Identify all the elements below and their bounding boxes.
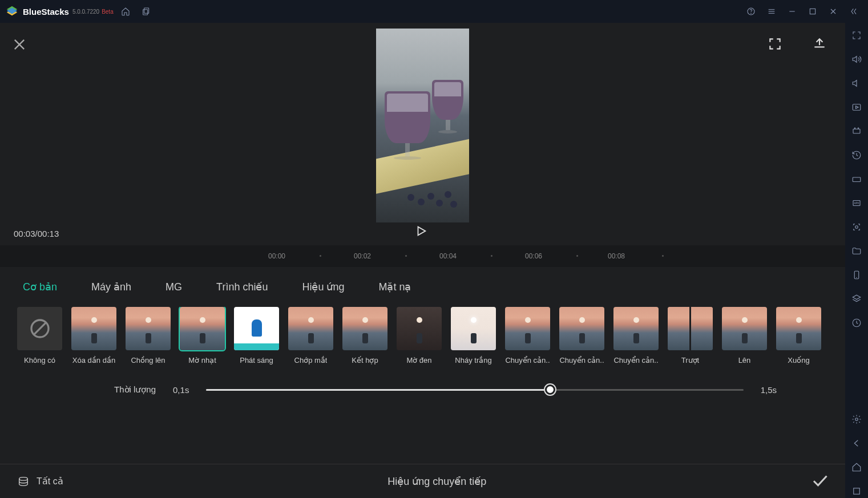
svg-point-39: [19, 477, 28, 480]
transition-label: Nháy trắng: [455, 356, 491, 365]
expand-icon[interactable]: [768, 37, 784, 52]
transition-item: Không có: [17, 307, 62, 365]
record-icon[interactable]: [850, 124, 863, 138]
svg-text:APK: APK: [854, 202, 859, 205]
keyboard-icon[interactable]: [850, 172, 863, 186]
preview-area: 00:03/00:13: [0, 23, 845, 245]
tab-3[interactable]: Trình chiếu: [216, 281, 268, 293]
transition-label: Chớp mắt: [294, 356, 328, 365]
svg-point-18: [858, 128, 859, 129]
bluestacks-logo-icon: [6, 5, 18, 18]
transition-thumb[interactable]: [668, 307, 713, 350]
transition-thumb[interactable]: [17, 307, 62, 350]
clock-icon[interactable]: [850, 316, 863, 330]
svg-rect-14: [853, 104, 861, 111]
transition-label: Chuyển cản..: [559, 356, 604, 365]
transition-label: Chồng lên: [131, 356, 165, 365]
transition-item: Mờ đen: [397, 307, 442, 365]
transition-label: Chuyển cản..: [505, 356, 550, 365]
transition-thumb[interactable]: [505, 307, 550, 350]
close-editor-button[interactable]: [11, 37, 30, 55]
transition-thumb[interactable]: [288, 307, 333, 350]
close-icon[interactable]: [825, 3, 842, 20]
transition-label: Mờ đen: [406, 356, 431, 365]
transition-thumb[interactable]: [71, 307, 116, 350]
titlebar: BlueStacks 5.0.0.7220 Beta: [0, 0, 868, 23]
time-display: 00:03/00:13: [14, 229, 59, 238]
screenshot-icon[interactable]: [850, 100, 863, 114]
transition-thumb[interactable]: [722, 307, 767, 350]
app-beta-label: Beta: [102, 9, 114, 15]
menu-icon[interactable]: [763, 3, 780, 20]
transition-thumb[interactable]: [559, 307, 604, 350]
apk-icon[interactable]: APK: [850, 196, 863, 210]
collapse-icon[interactable]: [845, 3, 862, 20]
transition-item: Lên: [722, 307, 767, 365]
settings-icon[interactable]: [850, 412, 863, 426]
tab-5[interactable]: Mặt nạ: [378, 281, 411, 293]
transition-thumb[interactable]: [397, 307, 442, 350]
right-sidebar: APK: [845, 23, 868, 498]
transition-item: Chớp mắt: [288, 307, 333, 365]
back-icon[interactable]: [850, 436, 863, 450]
maximize-icon[interactable]: [804, 3, 821, 20]
camera-icon[interactable]: [850, 220, 863, 234]
play-button[interactable]: [415, 225, 431, 241]
transition-thumb[interactable]: [180, 307, 225, 350]
transition-thumb[interactable]: [234, 307, 279, 350]
copy-icon[interactable]: [138, 3, 155, 20]
volume-icon[interactable]: [850, 76, 863, 90]
transition-label: Chuyển cản..: [613, 356, 658, 365]
transition-thumb[interactable]: [776, 307, 821, 350]
tab-1[interactable]: Máy ảnh: [91, 281, 131, 293]
ruler-tick: 00:00: [268, 252, 285, 260]
app-version: 5.0.0.7220: [72, 9, 99, 15]
recent-icon[interactable]: [850, 484, 863, 498]
transition-label: Mờ nhạt: [188, 356, 216, 365]
timeline-ruler[interactable]: 00:00 00:02 00:04 00:06 00:08: [0, 245, 845, 267]
confirm-button[interactable]: [811, 472, 828, 491]
apply-all-button[interactable]: Tất cả: [17, 475, 63, 488]
mobile-icon[interactable]: [850, 268, 863, 282]
duration-min: 0,1s: [173, 385, 189, 395]
tab-2[interactable]: MG: [165, 281, 182, 293]
fullscreen-icon[interactable]: [850, 29, 863, 42]
svg-rect-16: [853, 129, 860, 133]
history-icon[interactable]: [850, 148, 863, 162]
minimize-icon[interactable]: [784, 3, 801, 20]
transition-item: Chuyển cản..: [613, 307, 659, 365]
duration-slider-row: Thời lượng 0,1s 1,5s: [0, 365, 845, 395]
export-icon[interactable]: [812, 37, 828, 52]
transition-item: Trượt: [668, 307, 713, 365]
nav-home-icon[interactable]: [850, 460, 863, 474]
transition-item: Chồng lên: [126, 307, 171, 365]
transition-label: Xóa dần dần: [72, 356, 115, 365]
home-icon[interactable]: [117, 3, 134, 20]
bottom-bar: Tất cả Hiệu ứng chuyển tiếp: [0, 464, 845, 498]
svg-point-17: [854, 128, 855, 129]
svg-line-38: [33, 322, 46, 335]
tab-0[interactable]: Cơ bản: [23, 281, 57, 293]
transition-label: Lên: [738, 356, 751, 365]
duration-max: 1,5s: [761, 385, 777, 395]
svg-point-6: [751, 13, 752, 14]
duration-slider[interactable]: [206, 389, 743, 391]
ruler-tick: 00:08: [608, 252, 625, 260]
tab-4[interactable]: Hiệu ứng: [302, 281, 344, 293]
layers-icon[interactable]: [850, 292, 863, 306]
ruler-tick: 00:04: [439, 252, 457, 260]
transition-thumb[interactable]: [451, 307, 496, 350]
svg-rect-31: [854, 488, 860, 495]
transition-thumb[interactable]: [342, 307, 387, 350]
editor: 00:03/00:13 00:00 00:02 00:04 00:06 00:0…: [0, 23, 845, 498]
volume-up-icon[interactable]: [850, 52, 863, 66]
folder-icon[interactable]: [850, 244, 863, 258]
app-name: BlueStacks: [23, 7, 69, 17]
preview-frame: [376, 29, 469, 222]
transition-item: Xuống: [776, 307, 821, 365]
transition-thumb[interactable]: [613, 307, 659, 350]
transition-item: Kết hợp: [342, 307, 387, 365]
transition-label: Kết hợp: [352, 356, 378, 365]
help-icon[interactable]: [742, 3, 760, 20]
transition-thumb[interactable]: [126, 307, 171, 350]
